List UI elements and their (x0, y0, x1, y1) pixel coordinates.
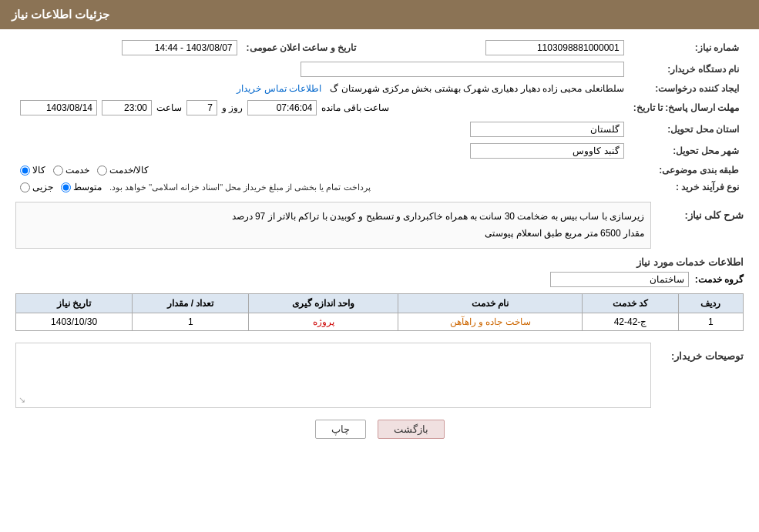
radio-khedmat-label: خدمت (65, 165, 89, 176)
sharh-value: زیرسازی با ساب بیس به ضخامت 30 سانت به ه… (15, 202, 651, 249)
col-radif: ردیف (678, 294, 743, 313)
page-title: جزئیات اطلاعات نیاز (12, 8, 109, 21)
cell-tedad: 1 (133, 313, 249, 331)
shahr-label: شهر محل تحویل: (629, 140, 744, 162)
ostan-input[interactable] (470, 122, 624, 137)
radio-motavasset-input[interactable] (61, 182, 71, 192)
contact-info-link[interactable]: اطلاعات تماس خریدار (237, 83, 321, 94)
cell-tarikh: 1403/10/30 (16, 313, 133, 331)
mohlat-saet-label: ساعت (156, 102, 182, 113)
mohlat-label: مهلت ارسال پاسخ: تا تاریخ: (629, 97, 744, 119)
tarighe-label: طبقه بندی موضوعی: (629, 162, 744, 179)
taarikh-input[interactable] (122, 40, 237, 55)
mohlat-remaining-input[interactable] (247, 100, 317, 115)
table-row: 1 ج-42-42 ساخت جاده و راهآهن پروژه 1 140… (16, 313, 744, 331)
cell-kod: ج-42-42 (583, 313, 678, 331)
ostan-value (15, 119, 629, 140)
back-button[interactable]: بازگشت (378, 420, 445, 439)
ijad-konande-text: سلطانعلی محیی زاده دهیار دهیاری شهرک بهش… (330, 83, 623, 94)
ostan-label: استان محل تحویل: (629, 119, 744, 140)
sharh-label: شرح کلی نیاز: (659, 209, 744, 221)
ijad-konande-value: سلطانعلی محیی زاده دهیار دهیاری شهرک بهش… (15, 80, 629, 97)
nam-dastgah-input[interactable]: دهیاری شهرک بهشتی بخش مرکزی شهرستان گنبد… (301, 62, 624, 77)
mohlat-date-input[interactable] (20, 100, 97, 115)
cell-radif: 1 (678, 313, 743, 331)
buyer-desc-label: توصیحات خریدار: (659, 350, 744, 362)
goroh-label: گروه خدمت: (695, 274, 744, 285)
radio-kala-khedmat-label: کالا/خدمت (109, 165, 149, 176)
sharh-text-2: مقدار 6500 متر مربع طبق اسعلام پیوستی (485, 228, 644, 239)
shahr-input[interactable] (470, 143, 624, 159)
mohlat-remaining-label: ساعت باقی مانده (321, 102, 389, 113)
radio-kala-label: کالا (32, 165, 45, 176)
mohlat-time-input[interactable] (102, 100, 152, 115)
resize-icon: ↘ (18, 395, 25, 405)
noe-farayand-label: نوع فرآیند خرید : (629, 179, 744, 196)
radio-kala-input[interactable] (20, 166, 30, 176)
page-header: جزئیات اطلاعات نیاز (0, 0, 759, 29)
radio-khedmat-input[interactable] (53, 166, 63, 176)
khadamat-title: اطلاعات خدمات مورد نیاز (15, 256, 744, 268)
nam-dastgah-value: دهیاری شهرک بهشتی بخش مرکزی شهرستان گنبد… (15, 59, 629, 80)
cell-name: ساخت جاده و راهآهن (398, 313, 582, 331)
radio-kala: کالا (20, 165, 45, 176)
radio-kala-khedmat-input[interactable] (97, 166, 107, 176)
radio-jozii-label: جزیی (32, 182, 53, 192)
page-container: جزئیات اطلاعات نیاز شماره نیاز: تاریخ و … (0, 0, 759, 532)
col-kod: کد خدمت (583, 294, 678, 313)
goroh-section: گروه خدمت: (15, 272, 744, 287)
print-button[interactable]: چاپ (315, 420, 366, 439)
radio-jozii-input[interactable] (20, 182, 30, 192)
nam-dastgah-label: نام دستگاه خریدار: (629, 59, 744, 80)
shomare-niaz-value (361, 37, 629, 59)
buyer-desc-box: ↘ (15, 343, 651, 408)
taarikh-label: تاریخ و ساعت اعلان عمومی: (242, 37, 361, 59)
radio-motavasset: متوسط (61, 182, 102, 192)
taarikh-value (15, 37, 242, 59)
col-vahed: واحد اندازه گیری (249, 294, 398, 313)
services-table: ردیف کد خدمت نام خدمت واحد اندازه گیری ت… (15, 293, 744, 331)
col-tarikh: تاریخ نیاز (16, 294, 133, 313)
buyer-desc-section: توصیحات خریدار: ↘ (15, 343, 744, 408)
radio-khedmat: خدمت (53, 165, 89, 176)
info-table: شماره نیاز: تاریخ و ساعت اعلان عمومی: نا… (15, 37, 744, 196)
ijad-konande-label: ایجاد کننده درخواست: (629, 80, 744, 97)
tarighe-options: کالا/خدمت خدمت کالا (15, 162, 629, 179)
mohlat-days-input[interactable] (186, 100, 217, 115)
radio-jozii: جزیی (20, 182, 53, 192)
shomare-niaz-label: شماره نیاز: (629, 37, 744, 59)
shahr-value (15, 140, 629, 162)
mohlat-row: ساعت باقی مانده روز و ساعت (15, 97, 629, 119)
noe-farayand-row: پرداخت تمام یا بخشی از مبلغ خریداز محل "… (15, 179, 629, 196)
radio-motavasset-label: متوسط (73, 182, 102, 192)
sharh-section: شرح کلی نیاز: زیرسازی با ساب بیس به ضخام… (15, 202, 744, 249)
radio-kala-khedmat: کالا/خدمت (97, 165, 149, 176)
sharh-text: زیرسازی با ساب بیس به ضخامت 30 سانت به ه… (232, 211, 644, 222)
cell-vahed: پروژه (249, 313, 398, 331)
goroh-input[interactable] (550, 272, 689, 287)
col-tedad: تعداد / مقدار (133, 294, 249, 313)
shomare-niaz-input[interactable] (485, 40, 624, 55)
buttons-row: بازگشت چاپ (15, 420, 744, 439)
buyer-desc-textarea[interactable] (16, 343, 650, 405)
col-name: نام خدمت (398, 294, 582, 313)
content-area: شماره نیاز: تاریخ و ساعت اعلان عمومی: نا… (0, 29, 759, 454)
noe-farayand-notice: پرداخت تمام یا بخشی از مبلغ خریداز محل "… (109, 182, 371, 192)
mohlat-days-label: روز و (222, 102, 243, 113)
